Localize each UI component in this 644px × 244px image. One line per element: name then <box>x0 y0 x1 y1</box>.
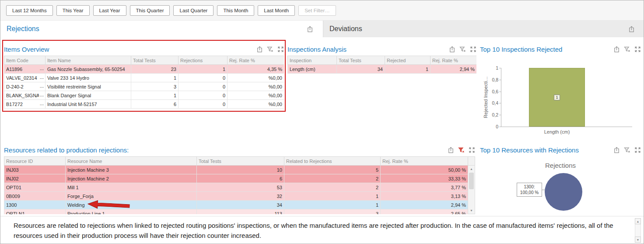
cell-rej-rate[interactable]: 3,13 % <box>381 192 468 201</box>
export-icon[interactable] <box>628 26 635 32</box>
cell-resource-id[interactable]: 1300 <box>4 201 66 209</box>
cell-related[interactable]: 2 <box>284 183 381 192</box>
cell-resource-id[interactable]: OPTLN1 <box>4 209 66 215</box>
cell-item-name[interactable]: Valve 233 14 Hydro <box>46 74 131 82</box>
table-row[interactable]: OPTLN1 Production Line 1 113 3 2,65 % <box>4 209 468 215</box>
footer-scroll-up-button[interactable]: ▲ <box>635 218 641 224</box>
cell-related[interactable]: 2 <box>284 174 381 183</box>
filter-button-last-month[interactable]: Last Month <box>258 5 295 16</box>
column-header-rejections[interactable]: Rejections <box>178 56 228 65</box>
vertical-scrollbar[interactable]: ▲ ▼ <box>468 165 475 214</box>
cell-rej-rate[interactable]: %0,00 <box>228 100 284 109</box>
cell-item-name[interactable]: Blank Danger Signal <box>46 91 131 100</box>
maximize-icon[interactable] <box>277 46 284 53</box>
cell-total-tests[interactable]: 34 <box>337 65 385 74</box>
cell-resource-id[interactable]: INJ03 <box>4 166 66 174</box>
cell-rejections[interactable]: 0 <box>178 74 228 82</box>
cell-rejections[interactable]: 1 <box>178 65 228 74</box>
cell-total-tests[interactable]: 23 <box>131 65 178 74</box>
table-row-selected[interactable]: 1300 Welding 34 1 2,94 % <box>4 201 468 209</box>
cell-related[interactable]: 1 <box>284 192 381 201</box>
column-header-rejected[interactable]: Rejected <box>385 56 430 65</box>
cell-resource-name[interactable]: Injection Machine 3 <box>66 166 197 174</box>
scroll-up-button[interactable]: ▲ <box>468 166 475 172</box>
cell-inspection[interactable]: Length (cm) <box>288 65 337 74</box>
maximize-icon[interactable] <box>469 147 475 153</box>
filter-button-last-12-months[interactable]: Last 12 Months <box>6 5 53 16</box>
scroll-thumb[interactable] <box>469 173 474 189</box>
cell-related[interactable]: 5 <box>284 166 381 174</box>
column-header-rej-rate[interactable]: Rej. Rate % <box>228 56 284 65</box>
column-header-resource-id[interactable]: Resource ID <box>4 157 66 166</box>
export-icon[interactable] <box>256 46 263 53</box>
cell-total-tests[interactable]: 6 <box>197 174 284 183</box>
column-header-total-tests[interactable]: Total Tests <box>197 157 284 166</box>
table-row[interactable]: ...A11896 Gas Nozzle Subassembly, 65-502… <box>4 65 284 74</box>
footer-scroll-down-button[interactable]: ▼ <box>635 237 641 243</box>
export-icon[interactable] <box>613 46 620 53</box>
cell-related[interactable]: 3 <box>284 209 381 215</box>
cell-resource-name[interactable]: Injection Machine 2 <box>66 174 197 183</box>
cell-resource-name[interactable]: Production Line 1 <box>66 209 197 215</box>
column-header-total-tests[interactable]: Total Tests <box>131 56 178 65</box>
column-header-related-to-rejections[interactable]: Related to Rejections <box>284 157 381 166</box>
cell-total-tests[interactable]: 6 <box>131 100 178 109</box>
export-icon[interactable] <box>613 147 620 153</box>
cell-item-code[interactable]: ...D-240-2 <box>4 82 46 91</box>
cell-rej-rate[interactable]: 50,00 % <box>381 166 468 174</box>
cell-item-code[interactable]: ...B17272 <box>4 100 46 109</box>
cell-rej-rate[interactable]: 4,35 % <box>228 65 284 74</box>
cell-rej-rate[interactable]: 3,77 % <box>381 183 468 192</box>
cell-rejections[interactable]: 0 <box>178 100 228 109</box>
clear-filter-icon[interactable] <box>267 46 273 53</box>
filter-button-last-quarter[interactable]: Last Quarter <box>173 5 214 16</box>
clear-filter-icon[interactable] <box>624 147 630 153</box>
cell-item-code[interactable]: ...BLANK_SIGNAL <box>4 91 46 100</box>
export-icon[interactable] <box>448 147 454 153</box>
cell-total-tests[interactable]: 32 <box>197 192 284 201</box>
maximize-icon[interactable] <box>634 46 641 53</box>
cell-related[interactable]: 1 <box>284 201 381 209</box>
cell-item-name[interactable]: Visibilité restreinte Signal <box>46 82 131 91</box>
column-header-total-tests[interactable]: Total Tests <box>337 56 385 65</box>
cell-resource-name[interactable]: Mill 1 <box>66 183 197 192</box>
cell-rejections[interactable]: 0 <box>178 91 228 100</box>
cell-item-code[interactable]: ...VALVE_02314 <box>4 74 46 82</box>
table-row[interactable]: Length (cm) 34 1 2,94 % <box>288 65 477 74</box>
cell-total-tests[interactable]: 1 <box>131 74 178 82</box>
cell-resource-id[interactable]: OPT01 <box>4 183 66 192</box>
cell-rej-rate[interactable]: %0,00 <box>228 82 284 91</box>
filter-button-this-quarter[interactable]: This Quarter <box>130 5 170 16</box>
column-header-resource-name[interactable]: Resource Name <box>66 157 197 166</box>
cell-resource-name[interactable]: Welding <box>66 201 197 209</box>
cell-total-tests[interactable]: 1 <box>131 91 178 100</box>
table-row[interactable]: ...D-240-2 Visibilité restreinte Signal … <box>4 82 284 91</box>
cell-item-code[interactable]: ...A11896 <box>4 65 46 74</box>
table-row[interactable]: INJ02 Injection Machine 2 6 2 33,33 % <box>4 174 468 183</box>
cell-rej-rate[interactable]: 2,94 % <box>381 201 468 209</box>
cell-rej-rate[interactable]: %0,00 <box>228 91 284 100</box>
column-header-item-code[interactable]: Item Code <box>4 56 46 65</box>
table-row[interactable]: ...VALVE_02314 Valve 233 14 Hydro 1 0 %0… <box>4 74 284 82</box>
cell-resource-name[interactable]: Forge_Forja <box>66 192 197 201</box>
filter-button-this-month[interactable]: This Month <box>217 5 254 16</box>
cell-resource-id[interactable]: INJ02 <box>4 174 66 183</box>
table-row[interactable]: ...BLANK_SIGNAL Blank Danger Signal 1 0 … <box>4 91 284 100</box>
maximize-icon[interactable] <box>470 46 476 53</box>
column-header-item-name[interactable]: Item Name <box>46 56 131 65</box>
table-row[interactable]: OPT01 Mill 1 53 2 3,77 % <box>4 183 468 192</box>
cell-rej-rate[interactable]: 33,33 % <box>381 174 468 183</box>
table-row[interactable]: 0B009 Forge_Forja 32 1 3,13 % <box>4 192 468 201</box>
tab-deviations[interactable]: Deviations <box>323 21 644 37</box>
cell-rejections[interactable]: 0 <box>178 82 228 91</box>
cell-rejected[interactable]: 1 <box>385 65 430 74</box>
clear-filter-icon[interactable] <box>624 46 630 53</box>
export-icon[interactable] <box>307 26 313 32</box>
maximize-icon[interactable] <box>634 147 641 153</box>
cell-total-tests[interactable]: 34 <box>197 201 284 209</box>
column-header-rej-rate[interactable]: Rej. Rate % <box>381 157 468 166</box>
export-icon[interactable] <box>449 46 455 53</box>
clear-filter-icon-active[interactable] <box>458 147 465 153</box>
cell-total-tests[interactable]: 53 <box>197 183 284 192</box>
cell-rej-rate[interactable]: 2,65 % <box>381 209 468 215</box>
